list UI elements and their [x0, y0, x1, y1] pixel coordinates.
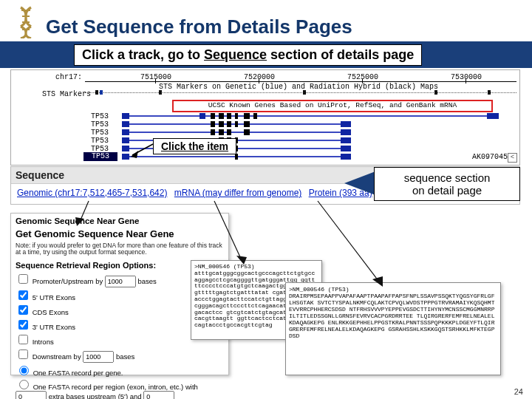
gene-label: TP53 [91, 129, 109, 137]
genome-browser-panel: chr17: 7515000 7520000 7525000 7530000 S… [10, 69, 520, 166]
sts-label: STS Markers [42, 90, 91, 98]
svg-marker-5 [131, 151, 138, 158]
tick-label: 7520000 [244, 73, 275, 81]
opt-fasta-per-gene[interactable]: One FASTA record per gene. [16, 364, 224, 377]
sequence-section-callout: sequence section on detail page [374, 167, 520, 201]
gene-label: TP53 [91, 137, 109, 145]
genomic-near-header: Genomic Sequence Near Gene [16, 216, 224, 225]
tick-label: 7525000 [347, 73, 378, 81]
tick-label: 7530000 [451, 73, 482, 81]
gene-label: TP53 [91, 120, 109, 129]
callout-line1: sequence section [404, 171, 491, 184]
gene-label: TP53 [91, 112, 109, 120]
ruler: chr17: 7515000 7520000 7525000 7530000 [11, 73, 519, 83]
tick-label: 7515000 [140, 73, 171, 81]
svg-line-10 [318, 201, 378, 281]
chr-label: chr17: [55, 73, 82, 81]
extra-up-input[interactable] [16, 391, 47, 399]
page-number: 24 [514, 387, 523, 396]
downstream-bases-input[interactable] [83, 351, 114, 363]
instruction-underline: Sequence [204, 47, 267, 62]
slide-header: Get Sequence from Details Pages [0, 0, 532, 41]
instruction-pre: Click a track, go to [82, 47, 204, 62]
dna-logo-icon [13, 6, 38, 38]
promoter-bases-input[interactable] [105, 276, 136, 287]
extra-down-input[interactable] [143, 391, 174, 399]
click-item-arrow-icon [131, 140, 175, 166]
instruction-post: section of details page [267, 47, 414, 62]
opt-fasta-per-region[interactable]: One FASTA record per region (exon, intro… [16, 378, 224, 399]
scroll-left-icon[interactable]: < [508, 153, 517, 163]
opt-downstream[interactable]: Downstream by bases [16, 347, 224, 363]
gene-label: TP53 [91, 145, 109, 153]
get-genomic-header: Get Genomic Sequence Near Gene [16, 228, 224, 239]
genomic-note: Note: if you would prefer to get DNA for… [16, 242, 224, 256]
instruction: Click a track, go to Sequence section of… [74, 44, 422, 66]
genomic-link[interactable]: Genomic (chr17:7,512,465-7,531,642) [17, 188, 167, 198]
sts-track-title: STS Markers on Genetic (blue) and Radiat… [159, 83, 438, 91]
callout-line2: on detail page [412, 184, 482, 197]
page-title: Get Sequence from Details Pages [46, 16, 352, 38]
mrna-link[interactable]: mRNA (may differ from genome) [174, 188, 302, 198]
ak-gene-label[interactable]: AK097045 [472, 153, 508, 161]
blue-bar: Click a track, go to Sequence section of… [0, 41, 532, 68]
fasta-protein-output: >NM_000546 (TP53) DRAIRPMSEPAAPPVAPAFAAP… [285, 282, 501, 375]
known-genes-track-title: UCSC Known Genes Based on UniProt, RefSe… [172, 100, 493, 112]
callout-arrow-icon [344, 171, 375, 195]
